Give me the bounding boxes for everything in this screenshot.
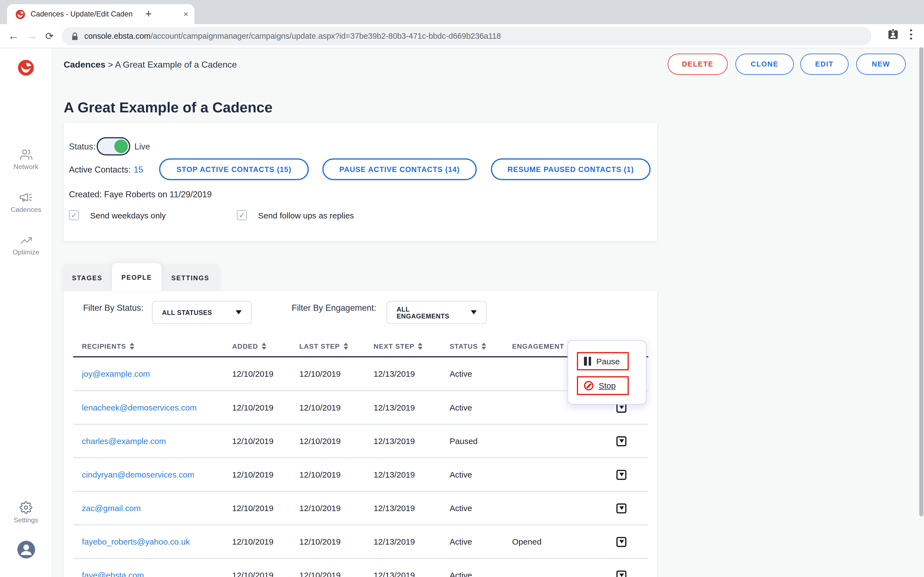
lock-icon	[71, 32, 78, 40]
clone-button[interactable]: CLONE	[735, 53, 794, 75]
active-contacts-count[interactable]: 15	[134, 164, 143, 174]
row-actions-dropdown-button[interactable]	[616, 537, 626, 546]
row-actions-dropdown-button[interactable]	[616, 436, 626, 446]
dropdown-triangle-icon	[619, 439, 624, 443]
pause-active-contacts-button[interactable]: PAUSE ACTIVE CONTACTS (14)	[322, 158, 477, 180]
sort-icon[interactable]	[481, 342, 486, 350]
next-step-cell: 12/13/2019	[374, 436, 450, 446]
new-tab-button[interactable]: +	[140, 6, 157, 22]
last-step-cell: 12/10/2019	[299, 369, 374, 379]
column-label: NEXT STEP	[374, 342, 415, 350]
back-icon[interactable]: ←	[6, 28, 21, 44]
send-followups-label: Send follow ups as replies	[258, 211, 354, 220]
status-value: Live	[134, 142, 150, 151]
recipient-link[interactable]: charles@example.com	[82, 436, 232, 446]
gear-icon	[19, 501, 32, 514]
sort-icon[interactable]	[344, 342, 348, 350]
sort-icon[interactable]	[418, 342, 423, 350]
status-cell: Active	[450, 571, 512, 577]
tab-close-icon[interactable]: ✕	[183, 10, 189, 18]
column-header-last-step[interactable]: LAST STEP	[299, 342, 374, 350]
next-step-cell: 12/13/2019	[374, 537, 450, 546]
megaphone-icon	[19, 191, 33, 204]
column-label: STATUS	[450, 342, 478, 350]
row-actions-dropdown-button[interactable]	[616, 570, 626, 577]
filter-status-select[interactable]: ALL STATUSES	[152, 301, 252, 324]
filter-engagement-select[interactable]: ALL ENGAGEMENTS	[387, 301, 487, 324]
row-actions-dropdown-button[interactable]	[616, 469, 626, 479]
column-label: LAST STEP	[299, 342, 340, 350]
sidebar-label: Cadences	[11, 206, 41, 213]
send-weekdays-checkbox[interactable]: ✓	[69, 210, 79, 220]
tab-settings[interactable]: SETTINGS	[162, 264, 219, 291]
ebsta-logo[interactable]	[18, 60, 34, 76]
dropdown-triangle-icon	[619, 574, 624, 577]
people-panel: Filter By Status: ALL STATUSES Filter By…	[63, 291, 657, 577]
sidebar-item-network[interactable]: Network	[0, 148, 52, 170]
next-step-cell: 12/13/2019	[374, 369, 450, 379]
column-header-next-step[interactable]: NEXT STEP	[374, 342, 450, 350]
last-step-cell: 12/10/2019	[299, 436, 374, 446]
chevron-down-icon	[471, 310, 477, 314]
url-bar[interactable]: console.ebsta.com/account/campaignmanage…	[62, 27, 871, 45]
sort-icon[interactable]	[262, 342, 266, 350]
recipient-link[interactable]: faye@ebsta.com	[82, 571, 232, 577]
sidebar-label: Network	[13, 163, 38, 170]
row-actions-dropdown-button[interactable]	[616, 503, 626, 513]
recipient-link[interactable]: lenacheek@demoservices.com	[82, 403, 232, 412]
engagement-cell: Opened	[512, 537, 613, 546]
dropdown-triangle-icon	[619, 406, 624, 409]
table-row: cindyryan@demoservices.com12/10/201912/1…	[73, 458, 648, 492]
profile-badge-icon[interactable]	[887, 28, 899, 41]
browser-window: Cadences - Update/Edit Caden ✕ + ← → ⟳ c…	[0, 0, 924, 577]
browser-tab[interactable]: Cadences - Update/Edit Caden ✕	[7, 4, 194, 24]
filter-engagement-value: ALL ENGAGEMENTS	[397, 305, 462, 319]
status-toggle[interactable]	[97, 137, 130, 155]
last-step-cell: 12/10/2019	[299, 403, 374, 412]
sidebar-label: Optimize	[13, 248, 39, 256]
status-cell: Active	[450, 503, 512, 513]
delete-button[interactable]: DELETE	[668, 53, 728, 75]
menu-pause-button[interactable]: Pause	[577, 352, 629, 370]
filter-status-label: Filter By Status:	[83, 303, 143, 313]
sidebar-item-optimize[interactable]: Optimize	[0, 235, 52, 256]
reload-icon[interactable]: ⟳	[42, 28, 57, 44]
tab-stages[interactable]: STAGES	[62, 264, 112, 291]
send-weekdays-label: Send weekdays only	[90, 211, 166, 220]
new-button[interactable]: NEW	[856, 53, 906, 75]
menu-stop-button[interactable]: Stop	[577, 376, 629, 395]
send-followups-checkbox[interactable]: ✓	[237, 210, 247, 220]
edit-button[interactable]: EDIT	[800, 53, 849, 75]
resume-paused-contacts-button[interactable]: RESUME PAUSED CONTACTS (1)	[491, 158, 651, 180]
dropdown-triangle-icon	[619, 473, 624, 476]
sidebar-label: Settings	[14, 516, 38, 524]
row-action-menu: Pause Stop	[568, 340, 646, 405]
user-avatar[interactable]	[17, 540, 35, 559]
added-cell: 12/10/2019	[232, 470, 299, 479]
last-step-cell: 12/10/2019	[299, 503, 374, 513]
stop-active-contacts-button[interactable]: STOP ACTIVE CONTACTS (15)	[159, 158, 309, 180]
sidebar-item-cadences[interactable]: Cadences	[0, 191, 52, 213]
column-header-status[interactable]: STATUS	[450, 342, 512, 350]
tab-title: Cadences - Update/Edit Caden	[31, 10, 179, 18]
recipient-link[interactable]: fayebo_roberts@yahoo.co.uk	[82, 537, 232, 546]
trend-up-icon	[19, 235, 33, 246]
sort-icon[interactable]	[129, 342, 134, 350]
recipient-link[interactable]: joy@example.com	[82, 369, 232, 379]
browser-menu-icon[interactable]	[910, 29, 913, 40]
sidebar-item-settings[interactable]: Settings	[0, 501, 52, 524]
added-cell: 12/10/2019	[232, 403, 299, 412]
column-label: ENGAGEMENT	[512, 342, 564, 350]
chevron-down-icon	[236, 310, 241, 314]
tab-people[interactable]: PEOPLE	[112, 263, 162, 291]
recipient-link[interactable]: zac@gmail.com	[82, 503, 232, 513]
status-cell: Active	[450, 537, 512, 546]
last-step-cell: 12/10/2019	[299, 571, 374, 577]
page-scrollbar[interactable]	[919, 47, 924, 516]
recipient-link[interactable]: cindyryan@demoservices.com	[82, 470, 232, 479]
column-header-added[interactable]: ADDED	[232, 342, 299, 350]
network-icon	[19, 148, 33, 161]
breadcrumb-cadences-link[interactable]: Cadences	[63, 60, 105, 69]
column-header-recipients[interactable]: RECIPIENTS	[82, 342, 232, 350]
pause-icon	[584, 357, 591, 366]
